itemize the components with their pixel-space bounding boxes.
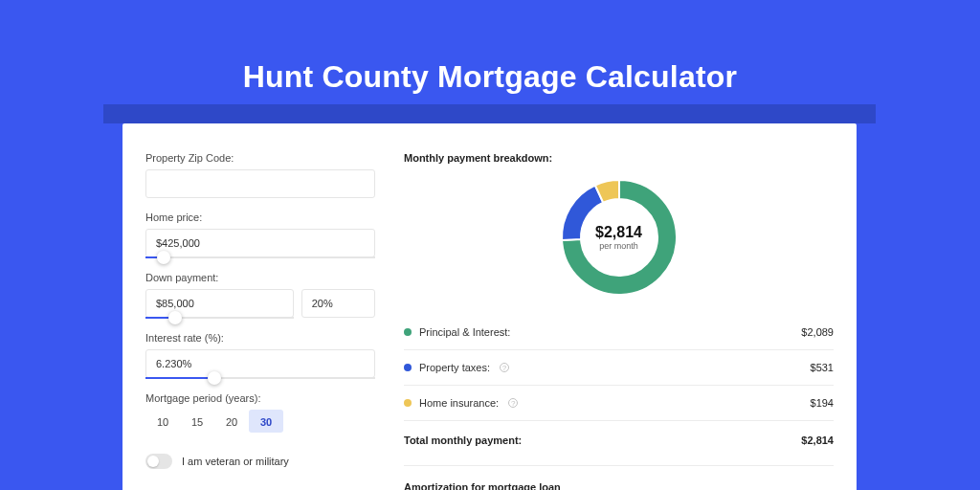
down-payment-slider[interactable] [145, 317, 294, 319]
breakdown-donut-chart: $2,814 per month [557, 175, 681, 300]
slider-thumb-icon[interactable] [208, 371, 221, 385]
calculator-panel: Property Zip Code: Home price: Down paym… [122, 123, 857, 490]
legend-row: Principal & Interest:$2,089 [404, 319, 834, 345]
interest-rate-label: Interest rate (%): [145, 332, 375, 344]
mortgage-period-label: Mortgage period (years): [145, 392, 375, 404]
period-button-10[interactable]: 10 [145, 410, 180, 433]
slider-thumb-icon[interactable] [157, 251, 170, 264]
legend-dot-icon [404, 399, 412, 407]
legend-label: Property taxes: [419, 362, 490, 373]
legend-label: Home insurance: [419, 397, 499, 409]
period-button-30[interactable]: 30 [249, 410, 283, 433]
interest-rate-input[interactable] [145, 349, 375, 378]
legend-value: $2,089 [801, 326, 834, 338]
period-button-20[interactable]: 20 [214, 410, 249, 433]
info-icon[interactable]: ? [508, 398, 518, 408]
breakdown-column: Monthly payment breakdown: $2,814 per mo… [394, 146, 834, 467]
total-value: $2,814 [801, 434, 834, 446]
zip-label: Property Zip Code: [145, 152, 375, 164]
legend-dot-icon [404, 364, 412, 371]
home-price-label: Home price: [145, 212, 375, 223]
form-column: Property Zip Code: Home price: Down paym… [145, 146, 394, 467]
header-strip [103, 104, 876, 123]
breakdown-heading: Monthly payment breakdown: [404, 152, 834, 164]
page-title: Hunt County Mortgage Calculator [0, 59, 980, 95]
toggle-knob-icon [147, 456, 159, 467]
donut-center-subtext: per month [595, 241, 642, 251]
legend-row: Home insurance:?$194 [404, 390, 834, 416]
home-price-input[interactable] [145, 229, 375, 257]
veteran-toggle[interactable] [145, 454, 172, 469]
info-icon[interactable]: ? [500, 363, 509, 372]
zip-input[interactable] [145, 169, 375, 198]
legend-label: Principal & Interest: [419, 326, 510, 338]
slider-thumb-icon[interactable] [168, 311, 182, 324]
period-button-15[interactable]: 15 [180, 410, 214, 433]
legend-value: $531 [811, 362, 834, 373]
mortgage-period-group: 10152030 [145, 410, 375, 433]
down-payment-percent-input[interactable] [301, 289, 375, 318]
total-label: Total monthly payment: [404, 434, 522, 446]
legend-value: $194 [811, 397, 834, 409]
legend-dot-icon [404, 328, 412, 336]
down-payment-amount-input[interactable] [145, 289, 294, 318]
legend-row: Property taxes:?$531 [404, 354, 834, 381]
veteran-label: I am veteran or military [182, 456, 289, 467]
interest-rate-slider[interactable] [145, 377, 375, 379]
amortization-heading: Amortization for mortgage loan [404, 465, 834, 490]
donut-center-value: $2,814 [595, 224, 642, 241]
home-price-slider[interactable] [145, 256, 375, 258]
down-payment-label: Down payment: [145, 272, 375, 283]
